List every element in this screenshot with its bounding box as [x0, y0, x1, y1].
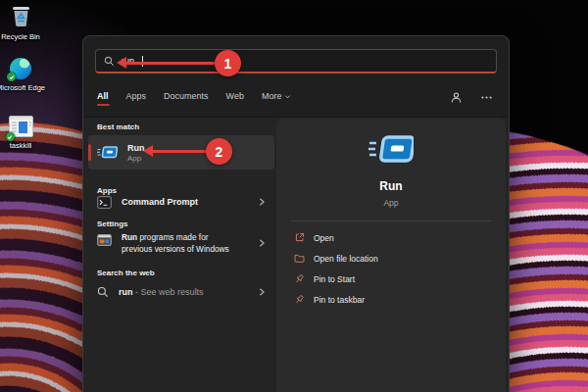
- tab-web[interactable]: Web: [225, 89, 245, 107]
- detail-actions: Open Open file location Pin to Start: [276, 227, 506, 310]
- annotation-number-badge: 1: [215, 50, 241, 76]
- detail-app-name: Run: [379, 179, 402, 193]
- more-options-icon[interactable]: [480, 91, 493, 104]
- shortcut-check-badge: [7, 73, 16, 81]
- desktop: Recycle Bin Microsoft Edge: [0, 0, 588, 392]
- action-open-file-location[interactable]: Open file location: [276, 248, 506, 269]
- desktop-icon-label: Recycle Bin: [0, 32, 46, 41]
- tab-documents[interactable]: Documents: [163, 89, 210, 107]
- compatibility-settings-icon: [97, 234, 112, 246]
- result-command-prompt[interactable]: Command Prompt: [88, 190, 274, 214]
- web-query: run: [119, 287, 133, 297]
- search-icon: [104, 56, 115, 67]
- result-detail-pane: Run App Open Open file location: [276, 118, 506, 392]
- desktop-icon-microsoft-edge[interactable]: Microsoft Edge: [0, 58, 46, 93]
- search-header-icons: [450, 91, 493, 104]
- edge-icon: [10, 58, 31, 79]
- pin-icon: [294, 273, 305, 284]
- action-pin-to-taskbar[interactable]: Pin to taskbar: [276, 289, 506, 310]
- search-icon: [97, 286, 109, 298]
- result-web-search[interactable]: run - See web results: [88, 280, 274, 304]
- desktop-icon-taskkill[interactable]: taskkill: [0, 116, 46, 151]
- action-pin-to-start[interactable]: Pin to Start: [276, 269, 506, 289]
- chevron-right-icon: [258, 234, 266, 252]
- result-title: Command Prompt: [122, 197, 198, 207]
- pin-icon: [294, 294, 305, 305]
- tab-apps[interactable]: Apps: [125, 89, 148, 107]
- result-run-compatibility-settings[interactable]: Run programs made for previous versions …: [88, 227, 274, 259]
- run-app-icon-large: [368, 134, 414, 166]
- taskkill-icon: [9, 116, 33, 139]
- action-open[interactable]: Open: [276, 227, 506, 248]
- web-query-suffix: - See web results: [133, 287, 204, 297]
- chevron-right-icon: [258, 193, 266, 211]
- desktop-icon-recycle-bin[interactable]: Recycle Bin: [0, 3, 46, 42]
- recycle-bin-icon: [9, 3, 33, 30]
- folder-icon: [294, 253, 305, 264]
- tab-all[interactable]: All: [96, 89, 110, 107]
- result-title: Run programs made for previous versions …: [122, 231, 245, 255]
- result-run-best-match[interactable]: Run App: [88, 135, 274, 170]
- chevron-right-icon: [258, 283, 266, 301]
- shortcut-check-badge: [6, 132, 15, 141]
- run-app-icon: [97, 145, 118, 160]
- annotation-arrow-shaft: [124, 62, 215, 65]
- result-subtitle: App: [127, 154, 145, 163]
- annotation-number-badge: 2: [206, 138, 232, 165]
- chevron-down-icon: [284, 93, 291, 100]
- command-prompt-icon: [97, 196, 112, 209]
- section-header-search-the-web: Search the web: [97, 269, 155, 277]
- detail-app-type: App: [383, 198, 398, 208]
- tab-more[interactable]: More: [261, 89, 293, 107]
- search-results-area: Best match Run Ap: [83, 117, 509, 392]
- section-header-best-match: Best match: [97, 122, 139, 131]
- account-icon[interactable]: [450, 91, 463, 104]
- result-title: Run: [127, 143, 145, 153]
- desktop-icon-label: taskkill: [0, 141, 46, 150]
- selection-indicator: [88, 144, 91, 161]
- windows-search-panel: run All Apps Documents Web More: [82, 35, 510, 392]
- desktop-icon-label: Microsoft Edge: [0, 83, 46, 92]
- annotation-arrow-shaft: [151, 150, 208, 153]
- search-filter-tabs: All Apps Documents Web More: [96, 89, 292, 107]
- detail-divider: [291, 220, 491, 221]
- open-icon: [294, 232, 305, 243]
